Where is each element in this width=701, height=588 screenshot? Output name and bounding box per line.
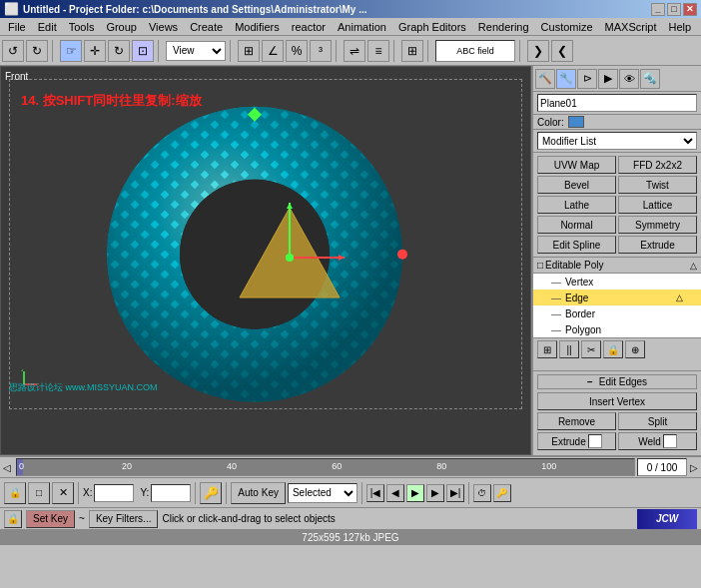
menu-reactor[interactable]: reactor	[286, 20, 332, 34]
viewport[interactable]: Front 14. 按SHIFT同时往里复制:缩放 思路设计论坛 www.MIS…	[0, 66, 531, 455]
next-key[interactable]: ❯	[527, 40, 549, 62]
redo-button[interactable]: ↻	[26, 40, 48, 62]
align-button[interactable]: ≡	[367, 40, 389, 62]
menu-modifiers[interactable]: Modifiers	[229, 20, 286, 34]
rp-btn-create[interactable]: 🔨	[535, 69, 555, 89]
mod-btn-uvwmap[interactable]: UVW Map	[537, 156, 616, 174]
clear-selection-button[interactable]: □	[28, 482, 50, 504]
insert-vertex-button[interactable]: Insert Vertex	[537, 392, 697, 410]
ep-tb-btn2[interactable]: ||	[559, 340, 579, 358]
ee-collapse-icon[interactable]: −	[587, 376, 593, 387]
right-panel: 🔨 🔧 ⊳ ▶ 👁 🔩 Color: Modifier List UVW Map…	[531, 66, 701, 455]
extrude-button[interactable]: Extrude	[537, 432, 616, 450]
menu-help[interactable]: Help	[663, 20, 698, 34]
autokey-button[interactable]: Auto Key	[231, 482, 286, 504]
mod-btn-editspline[interactable]: Edit Spline	[537, 236, 616, 254]
extrude-box[interactable]	[588, 434, 602, 448]
timeline-next-button[interactable]: ▷	[687, 462, 701, 473]
frame-counter[interactable]: 0 / 100	[637, 458, 687, 476]
ep-item-edge[interactable]: — Edge △	[533, 290, 701, 305]
mod-btn-normal[interactable]: Normal	[537, 216, 616, 234]
menu-edit[interactable]: Edit	[32, 20, 63, 34]
ep-item-vertex[interactable]: — Vertex	[533, 274, 701, 290]
go-to-start-button[interactable]: |◀	[366, 484, 384, 502]
prev-frame-button[interactable]: ◀	[386, 484, 404, 502]
ep-collapse-icon[interactable]: □	[537, 260, 543, 271]
spinner-snap[interactable]: ³	[310, 40, 332, 62]
ep-tb-btn4[interactable]: 🔒	[603, 340, 623, 358]
mod-btn-extrude[interactable]: Extrude	[618, 236, 697, 254]
key-mode-button[interactable]: 🔑	[493, 484, 511, 502]
ep-item-polygon[interactable]: — Polygon	[533, 321, 701, 337]
rp-btn-modify[interactable]: 🔧	[556, 69, 576, 89]
status-lock-btn[interactable]: 🔒	[4, 510, 22, 528]
maximize-button[interactable]: □	[667, 3, 681, 16]
close-button[interactable]: ✕	[683, 3, 697, 16]
timeline-prev-button[interactable]: ◁	[0, 462, 14, 473]
minimize-button[interactable]: _	[651, 3, 665, 16]
keyfilters-button[interactable]: Key Filters...	[89, 510, 159, 528]
bc-sep-1	[78, 482, 79, 504]
mod-btn-ffd[interactable]: FFD 2x2x2	[618, 156, 697, 174]
move-button[interactable]: ✛	[84, 40, 106, 62]
menu-rendering[interactable]: Rendering	[472, 20, 535, 34]
undo-button[interactable]: ↺	[2, 40, 24, 62]
menu-graph-editors[interactable]: Graph Editors	[392, 20, 472, 34]
rp-btn-hierarchy[interactable]: ⊳	[577, 69, 597, 89]
weld-box[interactable]	[663, 434, 677, 448]
mod-btn-bevel[interactable]: Bevel	[537, 176, 616, 194]
layer-button[interactable]: ⊞	[401, 40, 423, 62]
timeline-track[interactable]: 0 20 40 60 80 100	[16, 458, 635, 476]
menu-file[interactable]: File	[2, 20, 32, 34]
mod-btn-symmetry[interactable]: Symmetry	[618, 216, 697, 234]
setkey-button[interactable]: Set Key	[26, 510, 75, 528]
menu-customize[interactable]: Customize	[535, 20, 599, 34]
mod-btn-lattice[interactable]: Lattice	[618, 196, 697, 214]
coord-x-input[interactable]	[94, 484, 134, 502]
ep-tb-btn3[interactable]: ✂	[581, 340, 601, 358]
snap-toggle[interactable]: ⊞	[238, 40, 260, 62]
menu-views[interactable]: Views	[143, 20, 184, 34]
menu-animation[interactable]: Animation	[332, 20, 392, 34]
go-to-end-button[interactable]: ▶|	[446, 484, 464, 502]
view-select[interactable]: View	[166, 41, 226, 61]
remove-button[interactable]: Remove	[537, 412, 616, 430]
ep-item-border[interactable]: — Border	[533, 305, 701, 321]
split-button[interactable]: Split	[618, 412, 697, 430]
ep-tb-btn5[interactable]: ⊕	[625, 340, 645, 358]
color-swatch[interactable]	[568, 116, 584, 128]
weld-button[interactable]: Weld	[618, 432, 697, 450]
angle-snap[interactable]: ∠	[262, 40, 284, 62]
rotate-button[interactable]: ↻	[108, 40, 130, 62]
menu-tools[interactable]: Tools	[63, 20, 101, 34]
selection-filter-select[interactable]: Selected	[288, 483, 357, 503]
key-icon-button[interactable]: 🔑	[200, 482, 222, 504]
svg-marker-66	[339, 255, 345, 261]
select-button[interactable]: ☞	[60, 40, 82, 62]
coord-y-input[interactable]	[151, 484, 191, 502]
menu-create[interactable]: Create	[184, 20, 229, 34]
rp-btn-utility[interactable]: 🔩	[640, 69, 660, 89]
ep-title: Editable Poly	[545, 260, 603, 271]
rp-btn-display[interactable]: 👁	[619, 69, 639, 89]
ep-tb-btn1[interactable]: ⊞	[537, 340, 557, 358]
object-name-input[interactable]	[537, 94, 697, 112]
time-config-button[interactable]: ⏱	[473, 484, 491, 502]
percent-snap[interactable]: %	[286, 40, 308, 62]
toolbar-sep-1	[52, 40, 56, 62]
next-frame-button[interactable]: ▶	[426, 484, 444, 502]
modifier-list-select[interactable]: Modifier List	[537, 132, 697, 150]
modifier-buttons: UVW Map FFD 2x2x2 Bevel Twist Lathe Latt…	[533, 153, 701, 258]
statusbar: 🔒 Set Key ~ Key Filters... Click or clic…	[0, 507, 701, 529]
selection-set-button[interactable]: ✕	[52, 482, 74, 504]
mod-btn-lathe[interactable]: Lathe	[537, 196, 616, 214]
prev-key[interactable]: ❮	[551, 40, 573, 62]
play-button[interactable]: ▶	[406, 484, 424, 502]
menu-group[interactable]: Group	[100, 20, 143, 34]
rp-btn-motion[interactable]: ▶	[598, 69, 618, 89]
mirror-button[interactable]: ⇌	[344, 40, 365, 62]
menu-maxscript[interactable]: MAXScript	[599, 20, 663, 34]
scale-button[interactable]: ⊡	[132, 40, 154, 62]
mod-btn-twist[interactable]: Twist	[618, 176, 697, 194]
lock-selection-button[interactable]: 🔒	[4, 482, 26, 504]
